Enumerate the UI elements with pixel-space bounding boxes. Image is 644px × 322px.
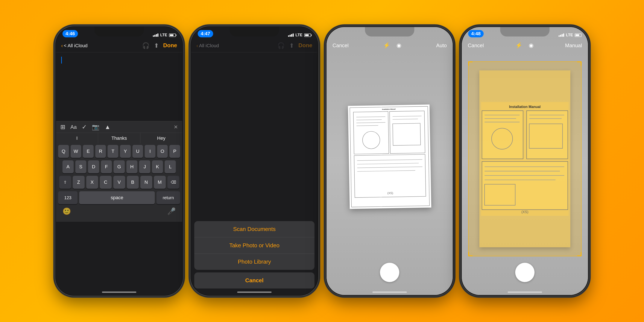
- pred-word-1[interactable]: I: [56, 133, 98, 144]
- key-e[interactable]: E: [83, 145, 94, 158]
- key-k[interactable]: K: [152, 160, 163, 173]
- headphones-icon-2[interactable]: 🎧: [277, 42, 285, 49]
- share-icon-2[interactable]: ⬆: [289, 42, 294, 49]
- notes-nav-1: ‹ < All iCloud 🎧 ⬆ Done: [56, 39, 182, 52]
- key-w[interactable]: W: [71, 145, 81, 158]
- key-y[interactable]: Y: [120, 145, 131, 158]
- camera-view-3: Cancel ⚡ ◉ Auto Installation Manual: [326, 27, 453, 295]
- svg-rect-19: [526, 111, 568, 159]
- key-b[interactable]: B: [127, 176, 139, 189]
- phone-1: 4:46 LTE ‹ <: [55, 26, 184, 296]
- shift-key[interactable]: ⇧: [59, 176, 71, 189]
- svg-line-9: [393, 119, 418, 119]
- svg-line-4: [356, 120, 382, 120]
- key-z[interactable]: Z: [73, 176, 84, 189]
- phone-4: 4:48 LTE: [460, 26, 589, 296]
- svg-point-7: [362, 131, 380, 149]
- camera-surface-3: Installation Manual: [348, 70, 431, 244]
- shutter-button-3[interactable]: [380, 263, 399, 282]
- status-right-2: LTE: [288, 33, 311, 37]
- key-d[interactable]: D: [88, 160, 99, 173]
- battery-2: [304, 34, 311, 37]
- take-photo-option[interactable]: Take Photo or Video: [194, 238, 314, 254]
- headphones-icon[interactable]: 🎧: [142, 42, 150, 49]
- camera-icon[interactable]: 📷: [92, 124, 100, 130]
- cancel-option[interactable]: Cancel: [194, 272, 314, 288]
- key-row-2: A S D F G H J K L: [56, 159, 182, 174]
- corner-br: [577, 252, 582, 256]
- camera-mode-3[interactable]: Auto: [436, 42, 447, 48]
- key-row-3: ⇧ Z X C V B N M ⌫: [56, 174, 182, 190]
- key-space[interactable]: space: [79, 191, 155, 204]
- cancel-button-4[interactable]: Cancel: [468, 42, 484, 48]
- flash-icon-4[interactable]: ⚡: [516, 42, 522, 49]
- corner-tr: [577, 62, 582, 66]
- svg-line-5: [356, 122, 385, 123]
- send-icon[interactable]: ▲: [104, 124, 110, 130]
- signal-4: [558, 34, 564, 37]
- home-bar-1: [102, 292, 136, 293]
- key-n[interactable]: N: [140, 176, 152, 189]
- key-s[interactable]: S: [75, 160, 86, 173]
- key-f[interactable]: F: [101, 160, 112, 173]
- cancel-button-3[interactable]: Cancel: [332, 42, 348, 48]
- time-2: 4:47: [198, 30, 213, 37]
- notes-nav-2: ‹ All iCloud 🎧 ⬆ Done: [191, 39, 318, 52]
- emoji-icon[interactable]: 🙂: [62, 207, 71, 215]
- key-q[interactable]: Q: [58, 145, 69, 158]
- key-g[interactable]: G: [114, 160, 125, 173]
- key-p[interactable]: P: [169, 145, 180, 158]
- nav-icons-1: 🎧 ⬆ Done: [142, 42, 177, 49]
- table-icon[interactable]: ⊞: [60, 124, 65, 130]
- key-r[interactable]: R: [95, 145, 106, 158]
- keyboard-bottom-icons: 🙂 🎤: [56, 206, 182, 222]
- camera-icons-3: ⚡ ◉: [383, 42, 402, 49]
- flash-icon-3[interactable]: ⚡: [383, 42, 390, 49]
- key-j[interactable]: J: [139, 160, 150, 173]
- notes-editor[interactable]: [56, 52, 182, 121]
- checklist-icon[interactable]: ✓: [82, 124, 87, 130]
- mic-icon[interactable]: 🎤: [167, 207, 176, 215]
- status-right-4: LTE: [558, 33, 582, 37]
- notch-1: [94, 27, 144, 36]
- format-icon[interactable]: Aa: [70, 124, 77, 130]
- close-icon[interactable]: ✕: [174, 124, 178, 130]
- share-icon[interactable]: ⬆: [154, 42, 159, 49]
- scan-documents-option[interactable]: Scan Documents: [194, 221, 314, 238]
- key-a[interactable]: A: [62, 160, 74, 173]
- key-h[interactable]: H: [126, 160, 138, 173]
- back-button-2[interactable]: ‹ All iCloud: [196, 43, 219, 49]
- back-button-1[interactable]: ‹ < All iCloud: [61, 43, 88, 49]
- document-paper-3: Installation Manual: [348, 104, 431, 209]
- pred-word-3[interactable]: Hey: [140, 133, 182, 144]
- key-123[interactable]: 123: [58, 191, 78, 204]
- svg-rect-20: [482, 162, 568, 210]
- lte-4: LTE: [566, 33, 573, 37]
- done-button-1[interactable]: Done: [163, 42, 177, 49]
- key-l[interactable]: L: [165, 160, 176, 173]
- done-button-2[interactable]: Done: [298, 42, 312, 49]
- svg-rect-2: [354, 154, 426, 198]
- shutter-button-4[interactable]: [515, 263, 534, 282]
- svg-text:Installation Manual: Installation Manual: [509, 105, 541, 108]
- phones-container: 4:46 LTE ‹ <: [55, 26, 589, 296]
- pred-word-2[interactable]: Thanks: [98, 133, 140, 144]
- key-v[interactable]: V: [113, 176, 125, 189]
- delete-key[interactable]: ⌫: [168, 176, 179, 189]
- key-o[interactable]: O: [157, 145, 168, 158]
- key-m[interactable]: M: [154, 176, 166, 189]
- key-return[interactable]: return: [156, 191, 180, 204]
- keyboard-toolbar: ⊞ Aa ✓ 📷 ▲ ✕: [56, 121, 182, 133]
- filter-icon-4[interactable]: ◉: [529, 42, 534, 49]
- filter-icon-3[interactable]: ◉: [396, 42, 402, 49]
- svg-line-13: [357, 167, 422, 168]
- key-i[interactable]: I: [145, 145, 156, 158]
- key-u[interactable]: U: [132, 145, 143, 158]
- photo-library-option[interactable]: Photo Library: [194, 254, 314, 270]
- battery-4: [575, 34, 582, 37]
- camera-top-bar-3: Cancel ⚡ ◉ Auto: [326, 39, 453, 52]
- camera-mode-4[interactable]: Manual: [565, 42, 582, 48]
- key-x[interactable]: X: [86, 176, 98, 189]
- key-c[interactable]: C: [100, 176, 112, 189]
- key-t[interactable]: T: [108, 145, 118, 158]
